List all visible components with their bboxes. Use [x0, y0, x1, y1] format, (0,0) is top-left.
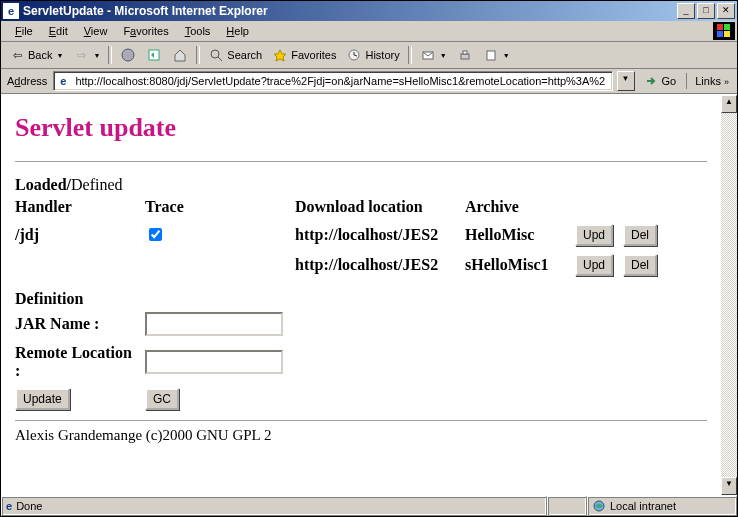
divider: [15, 420, 707, 421]
refresh-button[interactable]: [142, 45, 166, 65]
back-button[interactable]: ⇦ Back ▼: [5, 45, 67, 65]
upd-button[interactable]: Upd: [575, 224, 613, 246]
addressbar: Address e ▼ Go Links »: [1, 69, 737, 94]
jar-name-input[interactable]: [145, 312, 283, 336]
search-label: Search: [227, 49, 262, 61]
svg-rect-11: [463, 51, 467, 54]
upd-button[interactable]: Upd: [575, 254, 613, 276]
forward-button[interactable]: ⇨ ▼: [69, 45, 104, 65]
chevron-down-icon: ▼: [56, 52, 63, 59]
go-icon: [643, 73, 659, 89]
mail-button[interactable]: ▼: [416, 45, 451, 65]
scroll-track[interactable]: [721, 113, 737, 477]
page-content: Servlet update Loaded/Defined Handler Tr…: [1, 95, 721, 495]
divider: [15, 161, 707, 162]
close-button[interactable]: ✕: [717, 3, 735, 19]
window-title: ServletUpdate - Microsoft Internet Explo…: [23, 4, 675, 18]
url-input[interactable]: [73, 74, 609, 88]
app-icon: e: [3, 3, 19, 19]
maximize-button[interactable]: □: [697, 3, 715, 19]
definition-form: JAR Name : Remote Location : Update GC: [15, 308, 293, 414]
menubar: File Edit View Favorites Tools Help: [1, 21, 737, 42]
handler-cell: /jdj: [15, 226, 39, 243]
scroll-down-button[interactable]: ▼: [721, 477, 737, 495]
titlebar: e ServletUpdate - Microsoft Internet Exp…: [1, 1, 737, 21]
del-button[interactable]: Del: [623, 224, 657, 246]
content-wrap: Servlet update Loaded/Defined Handler Tr…: [1, 94, 737, 495]
edit-icon: [483, 47, 499, 63]
svg-point-4: [122, 49, 134, 61]
loaded-defined-label: Loaded/Defined: [15, 176, 707, 194]
history-label: History: [365, 49, 399, 61]
menu-view[interactable]: View: [76, 23, 116, 39]
archive-cell: sHelloMisc1: [465, 256, 549, 273]
scroll-up-button[interactable]: ▲: [721, 95, 737, 113]
minimize-button[interactable]: _: [677, 3, 695, 19]
stop-button[interactable]: [116, 45, 140, 65]
remote-location-label: Remote Location :: [15, 344, 132, 379]
refresh-icon: [146, 47, 162, 63]
table-row: /jdj http://localhost/JES2 HelloMisc Upd…: [15, 220, 667, 250]
update-button[interactable]: Update: [15, 388, 70, 410]
favorites-icon: [272, 47, 288, 63]
status-spacer: [547, 496, 587, 516]
favorites-button[interactable]: Favorites: [268, 45, 340, 65]
del-button[interactable]: Del: [623, 254, 657, 276]
url-box: e: [53, 71, 612, 91]
col-trace: Trace: [145, 194, 295, 220]
toolbar: ⇦ Back ▼ ⇨ ▼ Search Favorites Histor: [1, 42, 737, 69]
go-button[interactable]: Go: [639, 71, 681, 91]
favorites-label: Favorites: [291, 49, 336, 61]
page-title: Servlet update: [15, 113, 707, 143]
home-button[interactable]: [168, 45, 192, 65]
col-download: Download location: [295, 194, 465, 220]
separator: [108, 46, 112, 64]
ie-throbber: [713, 22, 735, 40]
print-icon: [457, 47, 473, 63]
edit-button[interactable]: ▼: [479, 45, 514, 65]
print-button[interactable]: [453, 45, 477, 65]
go-label: Go: [662, 75, 677, 87]
intranet-icon: [592, 499, 606, 513]
archive-cell: HelloMisc: [465, 226, 534, 243]
download-cell: http://localhost/JES2: [295, 226, 438, 243]
status-text: Done: [16, 500, 42, 512]
servlet-table: Handler Trace Download location Archive …: [15, 194, 667, 280]
url-dropdown[interactable]: ▼: [617, 71, 635, 91]
chevron-down-icon: ▼: [440, 52, 447, 59]
menu-favorites[interactable]: Favorites: [115, 23, 176, 39]
home-icon: [172, 47, 188, 63]
svg-line-7: [218, 57, 222, 61]
page-icon: e: [56, 74, 70, 88]
zone-text: Local intranet: [610, 500, 676, 512]
remote-location-input[interactable]: [145, 350, 283, 374]
separator: [196, 46, 200, 64]
svg-rect-0: [717, 24, 723, 30]
col-archive: Archive: [465, 194, 575, 220]
trace-checkbox[interactable]: [149, 228, 162, 241]
jar-name-label: JAR Name :: [15, 315, 99, 332]
menu-edit[interactable]: Edit: [41, 23, 76, 39]
history-button[interactable]: History: [342, 45, 403, 65]
search-button[interactable]: Search: [204, 45, 266, 65]
address-label: Address: [5, 75, 49, 87]
links-button[interactable]: Links »: [686, 73, 733, 89]
svg-rect-10: [461, 54, 469, 59]
mail-icon: [420, 47, 436, 63]
separator: [408, 46, 412, 64]
page-footer: Alexis Grandemange (c)2000 GNU GPL 2: [15, 427, 707, 444]
gc-button[interactable]: GC: [145, 388, 179, 410]
table-row: http://localhost/JES2 sHelloMisc1 Upd De…: [15, 250, 667, 280]
forward-icon: ⇨: [73, 47, 89, 63]
vertical-scrollbar[interactable]: ▲ ▼: [721, 95, 737, 495]
download-cell: http://localhost/JES2: [295, 256, 438, 273]
menu-file[interactable]: File: [7, 23, 41, 39]
svg-rect-12: [487, 51, 495, 60]
back-label: Back: [28, 49, 52, 61]
page-icon: e: [6, 500, 12, 512]
stop-icon: [120, 47, 136, 63]
back-icon: ⇦: [9, 47, 25, 63]
menu-help[interactable]: Help: [218, 23, 257, 39]
menu-tools[interactable]: Tools: [177, 23, 219, 39]
svg-rect-1: [724, 24, 730, 30]
